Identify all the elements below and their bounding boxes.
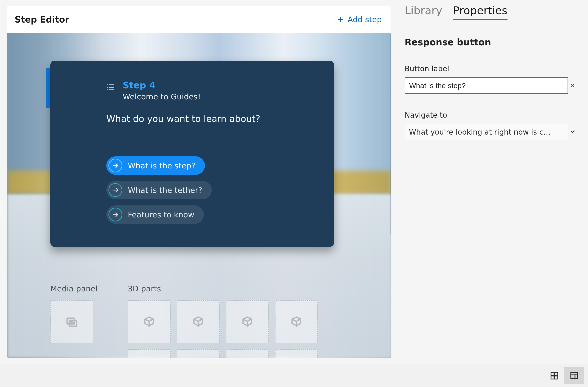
grid-view-button[interactable] (545, 367, 564, 384)
response-label: What is the tether? (128, 186, 202, 194)
arrow-right-icon (108, 183, 122, 197)
svg-point-6 (107, 84, 108, 85)
svg-rect-20 (555, 376, 558, 379)
3d-part-slot[interactable] (128, 300, 171, 343)
arrow-right-icon (108, 208, 122, 221)
responses-list: What is the step? What is the tether? Fe… (106, 156, 319, 224)
svg-point-7 (107, 87, 108, 88)
response-label: Features to know (128, 210, 194, 219)
3d-part-slot[interactable] (128, 349, 171, 358)
plus-icon (337, 16, 344, 23)
response-label: What is the step? (128, 161, 195, 170)
step-card: Step 4 Welcome to Guides! What do you wa… (50, 61, 334, 247)
navigate-to-select[interactable]: What you're looking at right now is call… (405, 124, 568, 140)
editor-shell: Step Editor Add step (7, 6, 391, 358)
tab-library[interactable]: Library (405, 4, 442, 20)
close-icon (569, 83, 575, 89)
button-label-input[interactable] (405, 77, 568, 94)
3d-part-slot[interactable] (226, 349, 269, 358)
media-slot[interactable] (50, 300, 93, 343)
add-step-label: Add step (348, 15, 382, 24)
cube-icon (143, 315, 156, 328)
svg-point-14 (71, 321, 72, 323)
tab-properties[interactable]: Properties (453, 4, 507, 20)
editor-title: Step Editor (15, 15, 69, 24)
panel-layout-icon (570, 371, 579, 380)
3d-parts-title: 3D parts (128, 284, 318, 293)
response-button-2[interactable]: What is the tether? (106, 181, 212, 199)
navigate-to-value: What you're looking at right now is call… (409, 128, 555, 136)
3d-part-slot[interactable] (275, 300, 318, 343)
media-panel-title: Media panel (50, 284, 98, 293)
add-step-button[interactable]: Add step (337, 15, 382, 24)
3d-part-slot[interactable] (177, 300, 220, 343)
grid-icon (550, 371, 559, 380)
editor-header: Step Editor Add step (7, 6, 391, 33)
svg-point-8 (107, 89, 108, 90)
chevron-down-icon (569, 128, 576, 136)
panel-view-button[interactable] (564, 367, 584, 384)
editor-stage: Step 4 Welcome to Guides! What do you wa… (7, 33, 391, 358)
svg-rect-19 (551, 376, 554, 379)
bottom-bar (0, 364, 588, 387)
svg-rect-21 (571, 373, 578, 379)
numbered-list-icon (106, 83, 115, 92)
cube-icon (192, 315, 205, 328)
response-button-1[interactable]: What is the step? (106, 156, 205, 175)
response-button-3[interactable]: Features to know (106, 205, 204, 224)
section-title: Response button (405, 37, 579, 48)
step-question: What do you want to learn about? (106, 114, 319, 124)
image-icon (65, 315, 78, 328)
button-label-field-label: Button label (405, 64, 579, 73)
step-number: Step 4 (123, 80, 201, 91)
svg-rect-17 (551, 372, 554, 375)
svg-rect-18 (555, 372, 558, 375)
navigate-to-field-label: Navigate to (405, 111, 579, 119)
3d-part-slot[interactable] (226, 300, 269, 343)
cube-icon (290, 315, 303, 328)
3d-part-slot[interactable] (275, 349, 318, 358)
3d-part-slot[interactable] (177, 349, 220, 358)
step-subtitle: Welcome to Guides! (123, 92, 201, 101)
clear-input-button[interactable] (566, 77, 579, 94)
arrow-right-icon (108, 159, 122, 173)
cube-icon (241, 315, 254, 328)
properties-pane: Library Properties Response button Butto… (396, 0, 588, 364)
